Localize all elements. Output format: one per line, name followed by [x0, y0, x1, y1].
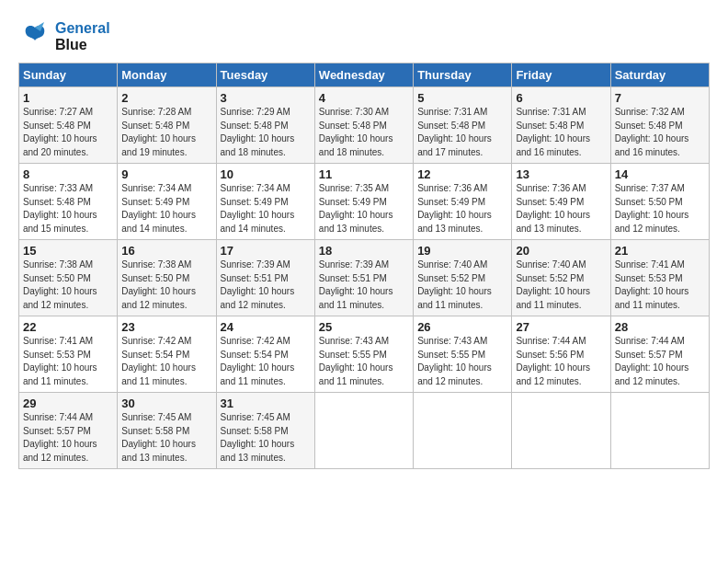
day-number: 8 [23, 167, 113, 181]
cell-info: Sunrise: 7:34 AMSunset: 5:49 PMDaylight:… [121, 182, 211, 236]
cell-info: Sunrise: 7:39 AMSunset: 5:51 PMDaylight:… [221, 259, 311, 312]
calendar-table: SundayMondayTuesdayWednesdayThursdayFrid… [18, 63, 710, 469]
cell-info: Sunrise: 7:40 AMSunset: 5:52 PMDaylight:… [417, 259, 507, 312]
week-row-4: 22Sunrise: 7:41 AMSunset: 5:53 PMDayligh… [19, 316, 710, 393]
calendar-cell: 4Sunrise: 7:30 AMSunset: 5:48 PMDaylight… [314, 87, 413, 164]
col-header-monday: Monday [118, 63, 216, 87]
calendar-cell: 31Sunrise: 7:45 AMSunset: 5:58 PMDayligh… [216, 393, 314, 469]
cell-info: Sunrise: 7:39 AMSunset: 5:51 PMDaylight:… [319, 259, 409, 312]
calendar-cell [610, 393, 709, 469]
header: General Blue General Blue General Blue [18, 17, 710, 53]
cell-info: Sunrise: 7:43 AMSunset: 5:55 PMDaylight:… [319, 335, 409, 388]
week-row-2: 8Sunrise: 7:33 AMSunset: 5:48 PMDaylight… [19, 164, 710, 240]
cell-info: Sunrise: 7:45 AMSunset: 5:58 PMDaylight:… [121, 411, 211, 465]
day-number: 14 [615, 167, 705, 181]
cell-info: Sunrise: 7:31 AMSunset: 5:48 PMDaylight:… [417, 106, 507, 159]
calendar-cell: 6Sunrise: 7:31 AMSunset: 5:48 PMDaylight… [512, 87, 610, 164]
logo-text-general: General [55, 20, 110, 37]
day-number: 20 [516, 244, 606, 258]
cell-info: Sunrise: 7:41 AMSunset: 5:53 PMDaylight:… [23, 335, 113, 388]
calendar-cell: 1Sunrise: 7:27 AMSunset: 5:48 PMDaylight… [19, 87, 118, 164]
day-number: 25 [319, 320, 409, 334]
day-number: 9 [121, 167, 211, 181]
cell-info: Sunrise: 7:32 AMSunset: 5:48 PMDaylight:… [615, 106, 705, 159]
calendar-cell: 28Sunrise: 7:44 AMSunset: 5:57 PMDayligh… [610, 316, 709, 393]
cell-info: Sunrise: 7:28 AMSunset: 5:48 PMDaylight:… [121, 106, 211, 159]
day-number: 2 [121, 91, 211, 105]
calendar-cell: 20Sunrise: 7:40 AMSunset: 5:52 PMDayligh… [512, 240, 610, 316]
day-number: 15 [23, 244, 113, 258]
calendar-cell: 14Sunrise: 7:37 AMSunset: 5:50 PMDayligh… [610, 164, 709, 240]
calendar-cell: 13Sunrise: 7:36 AMSunset: 5:49 PMDayligh… [512, 164, 610, 240]
calendar-cell: 10Sunrise: 7:34 AMSunset: 5:49 PMDayligh… [216, 164, 314, 240]
logo-text-blue: Blue [55, 37, 110, 53]
calendar-cell: 19Sunrise: 7:40 AMSunset: 5:52 PMDayligh… [414, 240, 512, 316]
cell-info: Sunrise: 7:44 AMSunset: 5:57 PMDaylight:… [615, 335, 705, 388]
calendar-cell: 9Sunrise: 7:34 AMSunset: 5:49 PMDaylight… [118, 164, 216, 240]
day-number: 16 [121, 244, 211, 258]
calendar-cell: 27Sunrise: 7:44 AMSunset: 5:56 PMDayligh… [512, 316, 610, 393]
day-number: 12 [417, 167, 507, 181]
day-number: 3 [221, 91, 311, 105]
calendar-cell: 15Sunrise: 7:38 AMSunset: 5:50 PMDayligh… [19, 240, 118, 316]
day-number: 11 [319, 167, 409, 181]
cell-info: Sunrise: 7:27 AMSunset: 5:48 PMDaylight:… [23, 106, 113, 159]
col-header-thursday: Thursday [414, 63, 512, 87]
calendar-cell [512, 393, 610, 469]
week-row-1: 1Sunrise: 7:27 AMSunset: 5:48 PMDaylight… [19, 87, 710, 164]
main-container: General Blue General Blue General Blue [0, 0, 728, 478]
day-number: 27 [516, 320, 606, 334]
calendar-cell: 8Sunrise: 7:33 AMSunset: 5:48 PMDaylight… [19, 164, 118, 240]
day-number: 7 [615, 91, 705, 105]
cell-info: Sunrise: 7:35 AMSunset: 5:49 PMDaylight:… [319, 182, 409, 236]
calendar-cell: 23Sunrise: 7:42 AMSunset: 5:54 PMDayligh… [118, 316, 216, 393]
calendar-cell: 12Sunrise: 7:36 AMSunset: 5:49 PMDayligh… [414, 164, 512, 240]
cell-info: Sunrise: 7:45 AMSunset: 5:58 PMDaylight:… [221, 411, 311, 465]
cell-info: Sunrise: 7:31 AMSunset: 5:48 PMDaylight:… [516, 106, 606, 159]
day-number: 31 [221, 396, 311, 410]
logo: General Blue [18, 20, 110, 53]
cell-info: Sunrise: 7:36 AMSunset: 5:49 PMDaylight:… [516, 182, 606, 236]
col-header-tuesday: Tuesday [216, 63, 314, 87]
cell-info: Sunrise: 7:44 AMSunset: 5:56 PMDaylight:… [516, 335, 606, 388]
cell-info: Sunrise: 7:30 AMSunset: 5:48 PMDaylight:… [319, 106, 409, 159]
col-header-wednesday: Wednesday [314, 63, 413, 87]
cell-info: Sunrise: 7:43 AMSunset: 5:55 PMDaylight:… [417, 335, 507, 388]
col-header-sunday: Sunday [19, 63, 118, 87]
cell-info: Sunrise: 7:36 AMSunset: 5:49 PMDaylight:… [417, 182, 507, 236]
day-number: 29 [23, 396, 113, 410]
calendar-cell: 18Sunrise: 7:39 AMSunset: 5:51 PMDayligh… [314, 240, 413, 316]
cell-info: Sunrise: 7:34 AMSunset: 5:49 PMDaylight:… [221, 182, 311, 236]
cell-info: Sunrise: 7:33 AMSunset: 5:48 PMDaylight:… [23, 182, 113, 236]
cell-info: Sunrise: 7:38 AMSunset: 5:50 PMDaylight:… [23, 259, 113, 312]
cell-info: Sunrise: 7:42 AMSunset: 5:54 PMDaylight:… [221, 335, 311, 388]
calendar-cell: 22Sunrise: 7:41 AMSunset: 5:53 PMDayligh… [19, 316, 118, 393]
cell-info: Sunrise: 7:38 AMSunset: 5:50 PMDaylight:… [121, 259, 211, 312]
day-number: 26 [417, 320, 507, 334]
day-number: 21 [615, 244, 705, 258]
calendar-cell: 24Sunrise: 7:42 AMSunset: 5:54 PMDayligh… [216, 316, 314, 393]
day-number: 19 [417, 244, 507, 258]
day-number: 28 [615, 320, 705, 334]
day-number: 4 [319, 91, 409, 105]
calendar-cell: 26Sunrise: 7:43 AMSunset: 5:55 PMDayligh… [414, 316, 512, 393]
calendar-cell: 7Sunrise: 7:32 AMSunset: 5:48 PMDaylight… [610, 87, 709, 164]
calendar-cell: 11Sunrise: 7:35 AMSunset: 5:49 PMDayligh… [314, 164, 413, 240]
calendar-cell: 16Sunrise: 7:38 AMSunset: 5:50 PMDayligh… [118, 240, 216, 316]
calendar-cell [314, 393, 413, 469]
cell-info: Sunrise: 7:42 AMSunset: 5:54 PMDaylight:… [121, 335, 211, 388]
day-number: 24 [221, 320, 311, 334]
calendar-cell: 3Sunrise: 7:29 AMSunset: 5:48 PMDaylight… [216, 87, 314, 164]
calendar-cell: 29Sunrise: 7:44 AMSunset: 5:57 PMDayligh… [19, 393, 118, 469]
calendar-cell: 5Sunrise: 7:31 AMSunset: 5:48 PMDaylight… [414, 87, 512, 164]
calendar-cell: 21Sunrise: 7:41 AMSunset: 5:53 PMDayligh… [610, 240, 709, 316]
day-number: 5 [417, 91, 507, 105]
cell-info: Sunrise: 7:44 AMSunset: 5:57 PMDaylight:… [23, 411, 113, 465]
cell-info: Sunrise: 7:40 AMSunset: 5:52 PMDaylight:… [516, 259, 606, 312]
week-row-5: 29Sunrise: 7:44 AMSunset: 5:57 PMDayligh… [19, 393, 710, 469]
col-header-saturday: Saturday [610, 63, 709, 87]
calendar-cell: 17Sunrise: 7:39 AMSunset: 5:51 PMDayligh… [216, 240, 314, 316]
day-number: 6 [516, 91, 606, 105]
day-number: 13 [516, 167, 606, 181]
day-number: 23 [121, 320, 211, 334]
